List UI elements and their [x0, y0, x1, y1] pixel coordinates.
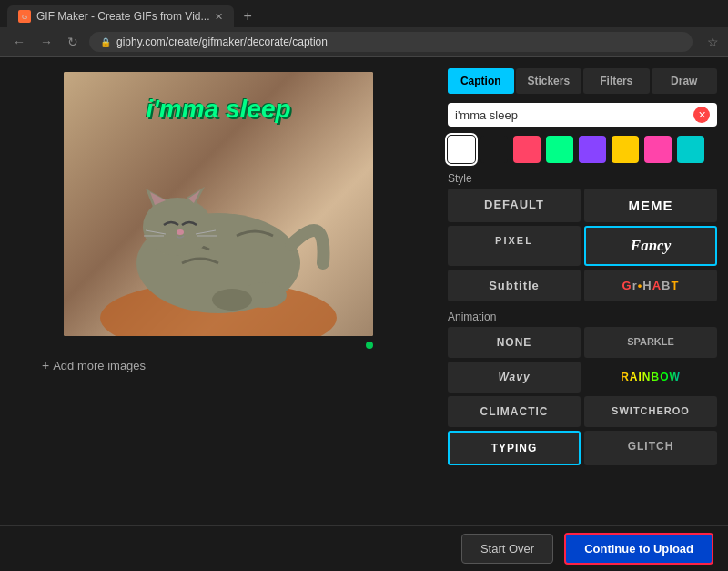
style-grid: DEFAULT MEME PIXEL Fancy Subtitle Gr•HAB… — [448, 189, 717, 301]
gif-preview: i'mma sleep — [64, 72, 373, 336]
reload-button[interactable]: ↻ — [64, 33, 82, 51]
color-swatches — [448, 136, 717, 163]
tab-favicon: G — [18, 10, 31, 23]
tab-close-button[interactable]: ✕ — [215, 11, 223, 23]
address-bar: ← → ↻ 🔒 giphy.com/create/gifmaker/decora… — [0, 27, 728, 56]
style-section: Style DEFAULT MEME PIXEL Fancy Subtitle … — [448, 172, 717, 301]
gif-background: i'mma sleep — [64, 72, 373, 336]
right-panel: Caption Stickers Filters Draw ✕ — [437, 57, 728, 566]
animation-section-label: Animation — [448, 311, 717, 323]
progress-bar-area — [64, 342, 373, 349]
tab-bar: G GIF Maker - Create GIFs from Vid... ✕ … — [0, 0, 728, 27]
caption-text-input[interactable] — [455, 108, 693, 122]
tab-stickers[interactable]: Stickers — [516, 68, 582, 94]
svg-point-13 — [212, 289, 252, 311]
anim-btn-none[interactable]: NONE — [448, 327, 581, 358]
style-btn-pixel[interactable]: PIXEL — [448, 226, 581, 266]
caption-input-row: ✕ — [448, 103, 717, 127]
color-swatch-pink[interactable] — [644, 136, 672, 163]
style-btn-alphabet[interactable]: Gr•HABT — [584, 270, 717, 301]
plus-icon: + — [42, 358, 49, 372]
active-tab[interactable]: G GIF Maker - Create GIFs from Vid... ✕ — [7, 5, 234, 27]
style-btn-default[interactable]: DEFAULT — [448, 189, 581, 222]
bookmark-icon[interactable]: ☆ — [707, 35, 719, 49]
anim-btn-switcheroo[interactable]: SWITCHEROO — [584, 396, 717, 427]
color-swatch-yellow[interactable] — [612, 136, 639, 163]
add-images-label: Add more images — [53, 359, 146, 372]
continue-to-upload-button[interactable]: Continue to Upload — [564, 533, 713, 565]
anim-btn-wavy[interactable]: Wavy — [448, 362, 581, 393]
forward-button[interactable]: → — [36, 33, 56, 51]
animation-section: Animation NONE SPARKLE Wavy RAINBOW CLIM… — [448, 311, 717, 465]
url-bar[interactable]: 🔒 giphy.com/create/gifmaker/decorate/cap… — [89, 32, 693, 52]
tab-title: GIF Maker - Create GIFs from Vid... — [36, 10, 209, 23]
tab-caption[interactable]: Caption — [448, 68, 514, 94]
clear-caption-button[interactable]: ✕ — [693, 107, 710, 123]
start-over-button[interactable]: Start Over — [461, 534, 553, 564]
tab-filters[interactable]: Filters — [583, 68, 650, 94]
style-btn-meme[interactable]: MEME — [584, 189, 717, 222]
svg-point-7 — [177, 229, 184, 235]
color-swatch-white[interactable] — [448, 136, 475, 163]
alphabet-text: Gr•HABT — [622, 279, 680, 292]
lock-icon: 🔒 — [100, 37, 111, 47]
color-swatch-green[interactable] — [546, 136, 573, 163]
app-container: i'mma sleep + Add more images Caption St… — [0, 57, 728, 566]
gif-caption-overlay: i'mma sleep — [146, 95, 290, 124]
color-swatch-purple[interactable] — [579, 136, 606, 163]
add-images-button[interactable]: + Add more images — [42, 358, 146, 372]
anim-btn-typing[interactable]: TYPING — [448, 431, 581, 465]
color-swatch-teal[interactable] — [677, 136, 704, 163]
color-swatch-red[interactable] — [513, 136, 541, 163]
new-tab-button[interactable]: + — [238, 6, 257, 26]
animation-grid: NONE SPARKLE Wavy RAINBOW CLIMACTIC SWIT… — [448, 327, 717, 465]
anim-btn-climactic[interactable]: CLIMACTIC — [448, 396, 581, 427]
panel-tabs: Caption Stickers Filters Draw — [448, 68, 717, 94]
left-panel: i'mma sleep + Add more images — [0, 57, 437, 566]
anim-btn-glitch[interactable]: GLITCH — [584, 431, 717, 465]
color-swatch-black[interactable] — [480, 136, 508, 163]
bottom-bar: Start Over Continue to Upload — [0, 525, 728, 571]
anim-btn-sparkle[interactable]: SPARKLE — [584, 327, 717, 358]
progress-indicator — [366, 342, 373, 349]
back-button[interactable]: ← — [9, 33, 29, 51]
style-section-label: Style — [448, 172, 717, 185]
style-btn-fancy[interactable]: Fancy — [584, 226, 717, 266]
url-text: giphy.com/create/gifmaker/decorate/capti… — [116, 36, 328, 48]
cat-illustration — [91, 117, 346, 336]
style-btn-subtitle[interactable]: Subtitle — [448, 270, 581, 301]
tab-draw[interactable]: Draw — [652, 68, 718, 94]
anim-btn-rainbow[interactable]: RAINBOW — [584, 362, 717, 393]
browser-chrome: G GIF Maker - Create GIFs from Vid... ✕ … — [0, 0, 728, 57]
